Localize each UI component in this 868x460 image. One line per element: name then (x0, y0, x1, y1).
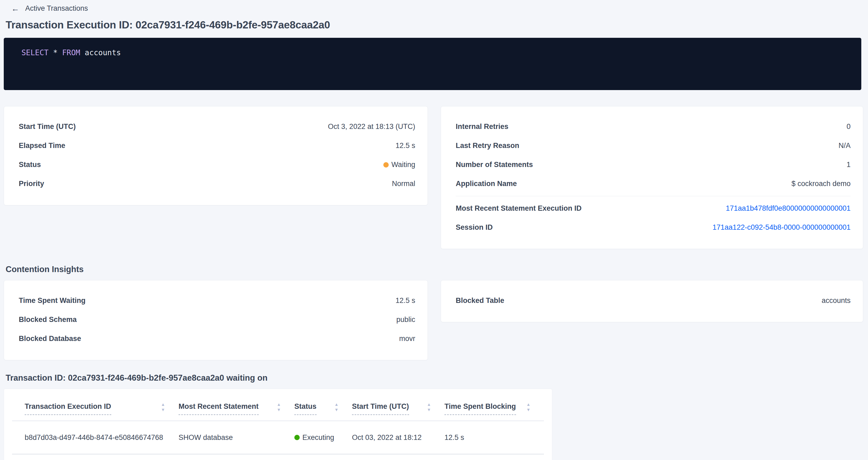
breadcrumb-label: Active Transactions (25, 4, 88, 12)
contention-details-card: Time Spent Waiting 12.5 s Blocked Schema… (4, 280, 428, 360)
execution-attributes-card: Internal Retries 0 Last Retry Reason N/A… (441, 106, 863, 249)
kv-label: Elapsed Time (19, 142, 65, 150)
overview-card: Start Time (UTC) Oct 3, 2022 at 18:13 (U… (4, 106, 428, 205)
status-text: Waiting (392, 160, 415, 169)
kv-row-blocked-database: Blocked Database movr (19, 329, 415, 348)
kv-label: Internal Retries (456, 123, 508, 131)
card-divider (456, 196, 850, 196)
column-header-label[interactable]: Most Recent Statement (179, 402, 259, 415)
kv-value: $ cockroach demo (791, 180, 850, 188)
kv-row-priority: Priority Normal (19, 174, 415, 193)
cell-most-recent-statement: SHOW database (179, 433, 294, 442)
kv-row-session-id: Session ID 171aa122-c092-54b8-0000-00000… (456, 218, 850, 237)
status-text: Executing (302, 433, 334, 442)
sort-desc-icon: ▼ (526, 408, 530, 412)
kv-row-most-recent-statement-execution-id: Most Recent Statement Execution ID 171aa… (456, 199, 850, 218)
cell-status: Executing (294, 433, 352, 442)
waiting-on-table: Transaction Execution ID ▲ ▼ Most Recent… (4, 389, 552, 460)
status-badge: Waiting (383, 160, 415, 169)
sql-statement-box: SELECT * FROM accounts (4, 38, 861, 90)
table-row: b8d7d03a-d497-446b-8474-e50846674768 SHO… (12, 421, 544, 454)
kv-label: Session ID (456, 223, 493, 232)
sql-keyword-select: SELECT (22, 48, 49, 57)
kv-value: public (396, 315, 415, 324)
sort-toggle[interactable]: ▲ ▼ (161, 403, 165, 412)
kv-label: Start Time (UTC) (19, 123, 76, 131)
kv-value: Normal (392, 180, 415, 188)
kv-label: Time Spent Waiting (19, 297, 86, 305)
page-title: Transaction Execution ID: 02ca7931-f246-… (6, 19, 863, 31)
kv-value: 1 (846, 160, 850, 169)
column-header-status[interactable]: Status ▲ ▼ (294, 402, 352, 421)
column-header-transaction-execution-id[interactable]: Transaction Execution ID ▲ ▼ (25, 402, 179, 421)
sort-asc-icon: ▲ (526, 403, 530, 406)
kv-row-elapsed-time: Elapsed Time 12.5 s (19, 136, 415, 155)
kv-row-blocked-table: Blocked Table accounts (456, 291, 850, 310)
waiting-on-heading: Transaction ID: 02ca7931-f246-469b-b2fe-… (6, 373, 863, 383)
kv-value: Oct 3, 2022 at 18:13 (UTC) (328, 123, 415, 131)
column-header-label[interactable]: Transaction Execution ID (25, 402, 111, 415)
kv-row-blocked-schema: Blocked Schema public (19, 310, 415, 329)
table-header-row: Transaction Execution ID ▲ ▼ Most Recent… (12, 389, 544, 421)
kv-row-start-time: Start Time (UTC) Oct 3, 2022 at 18:13 (U… (19, 117, 415, 136)
kv-row-last-retry-reason: Last Retry Reason N/A (456, 136, 850, 155)
kv-label: Status (19, 160, 41, 169)
sort-desc-icon: ▼ (334, 408, 339, 412)
transaction-details-page: ← Active Transactions Transaction Execut… (0, 4, 868, 460)
sort-desc-icon: ▼ (161, 408, 165, 412)
kv-label: Blocked Database (19, 335, 81, 343)
kv-row-application-name: Application Name $ cockroach demo (456, 174, 850, 193)
arrow-left-icon: ← (11, 5, 19, 12)
sort-asc-icon: ▲ (277, 403, 281, 406)
contention-cards-row: Time Spent Waiting 12.5 s Blocked Schema… (4, 280, 863, 360)
kv-label: Application Name (456, 180, 517, 188)
sort-asc-icon: ▲ (161, 403, 165, 406)
kv-row-number-of-statements: Number of Statements 1 (456, 155, 850, 174)
waiting-status-dot-icon (383, 162, 389, 167)
kv-value: 12.5 s (395, 142, 415, 150)
column-header-label[interactable]: Status (294, 402, 317, 415)
column-header-label[interactable]: Start Time (UTC) (352, 402, 409, 415)
sql-table-name: accounts (80, 48, 121, 57)
kv-row-status: Status Waiting (19, 155, 415, 174)
kv-value: 12.5 s (395, 297, 415, 305)
column-header-start-time[interactable]: Start Time (UTC) ▲ ▼ (352, 402, 444, 421)
blocked-table-card: Blocked Table accounts (441, 280, 863, 322)
sort-toggle[interactable]: ▲ ▼ (427, 403, 431, 412)
sort-asc-icon: ▲ (427, 403, 431, 406)
executing-status-dot-icon (294, 435, 300, 440)
cell-transaction-execution-id: b8d7d03a-d497-446b-8474-e50846674768 (25, 433, 179, 442)
sort-desc-icon: ▼ (277, 408, 281, 412)
kv-value: movr (399, 335, 415, 343)
sort-toggle[interactable]: ▲ ▼ (334, 403, 339, 412)
sql-keyword-from: FROM (62, 48, 80, 57)
kv-value: accounts (822, 297, 850, 305)
sort-toggle[interactable]: ▲ ▼ (277, 403, 281, 412)
kv-label: Blocked Schema (19, 315, 77, 324)
summary-cards-row: Start Time (UTC) Oct 3, 2022 at 18:13 (U… (4, 106, 863, 249)
sql-star: * (49, 48, 62, 57)
cell-time-spent-blocking: 12.5 s (444, 433, 544, 442)
column-header-most-recent-statement[interactable]: Most Recent Statement ▲ ▼ (179, 402, 294, 421)
statement-execution-id-link[interactable]: 171aa1b478fdf0e80000000000000001 (726, 204, 851, 213)
sort-toggle[interactable]: ▲ ▼ (526, 403, 530, 412)
kv-row-internal-retries: Internal Retries 0 (456, 117, 850, 136)
kv-label: Blocked Table (456, 297, 504, 305)
contention-insights-heading: Contention Insights (6, 265, 863, 274)
kv-label: Last Retry Reason (456, 142, 519, 150)
cell-start-time: Oct 03, 2022 at 18:12 (352, 433, 444, 442)
column-header-label[interactable]: Time Spent Blocking (444, 402, 516, 415)
sort-desc-icon: ▼ (427, 408, 431, 412)
session-id-link[interactable]: 171aa122-c092-54b8-0000-000000000001 (713, 223, 850, 232)
kv-value: 0 (846, 123, 850, 131)
column-header-time-spent-blocking[interactable]: Time Spent Blocking ▲ ▼ (444, 402, 544, 421)
kv-label: Most Recent Statement Execution ID (456, 204, 582, 213)
breadcrumb-back-link[interactable]: ← Active Transactions (11, 4, 88, 12)
sort-asc-icon: ▲ (334, 403, 339, 406)
kv-label: Priority (19, 180, 44, 188)
kv-label: Number of Statements (456, 160, 533, 169)
kv-row-time-spent-waiting: Time Spent Waiting 12.5 s (19, 291, 415, 310)
kv-value: N/A (838, 142, 850, 150)
